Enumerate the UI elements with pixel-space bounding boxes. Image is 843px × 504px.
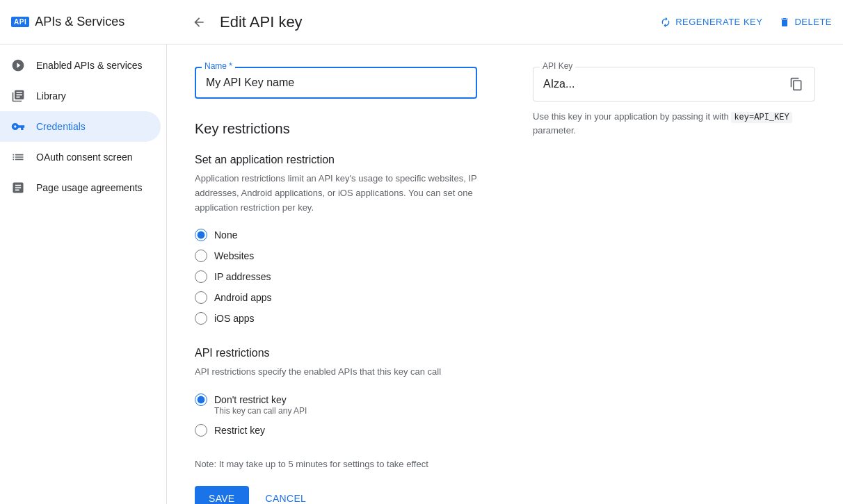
radio-none-input[interactable] [195, 229, 207, 241]
dont-restrict-option: Don't restrict key This key can call any… [195, 393, 477, 416]
delete-button[interactable]: DELETE [779, 17, 832, 28]
radio-websites-label: Websites [214, 250, 254, 261]
api-logo: API [11, 17, 29, 27]
left-column: Name * Key restrictions Set an applicati… [195, 67, 477, 504]
app-restriction-section: Set an application restriction Applicati… [195, 154, 477, 325]
credentials-icon [11, 120, 25, 133]
cancel-button[interactable]: CANCEL [260, 486, 312, 504]
name-label: Name * [202, 61, 235, 71]
key-restrictions-heading: Key restrictions [195, 121, 477, 137]
api-key-field-group: API Key AIza... [533, 67, 815, 101]
sidebar-item-library[interactable]: Library [0, 81, 161, 111]
app-title: APIs & Services [35, 15, 125, 29]
oauth-icon [11, 150, 25, 164]
radio-restrict-label: Restrict key [214, 425, 265, 436]
back-button[interactable] [189, 13, 209, 32]
sidebar-item-label: Page usage agreements [36, 182, 143, 193]
radio-none-label: None [214, 229, 237, 241]
sidebar-item-label: Enabled APIs & services [36, 60, 143, 71]
two-column-layout: Name * Key restrictions Set an applicati… [195, 67, 815, 504]
api-restriction-radio-group: Don't restrict key This key can call any… [195, 393, 477, 437]
sidebar-item-oauth-consent[interactable]: OAuth consent screen [0, 142, 161, 172]
radio-ip-input[interactable] [195, 270, 207, 283]
radio-ios-apps[interactable]: iOS apps [195, 312, 477, 325]
api-restriction-section: API restrictions API restrictions specif… [195, 347, 477, 437]
library-icon [11, 89, 25, 103]
api-key-value: AIza... [543, 78, 788, 90]
radio-android-label: Android apps [214, 292, 272, 303]
name-input[interactable] [195, 67, 477, 99]
regenerate-label: REGENERATE KEY [675, 17, 762, 27]
radio-dont-restrict-label: Don't restrict key [214, 394, 287, 405]
app-restriction-desc: Application restrictions limit an API ke… [195, 172, 477, 215]
radio-dont-restrict[interactable]: Don't restrict key [195, 393, 477, 406]
radio-dont-restrict-input[interactable] [195, 393, 207, 406]
top-header: API APIs & Services Edit API key REGENER… [0, 0, 843, 44]
radio-restrict-key[interactable]: Restrict key [195, 424, 477, 437]
api-restriction-desc: API restrictions specify the enabled API… [195, 365, 477, 380]
sidebar-item-enabled-apis[interactable]: Enabled APIs & services [0, 50, 161, 81]
sidebar-item-label: OAuth consent screen [36, 152, 133, 163]
save-button[interactable]: SAVE [195, 486, 249, 504]
radio-android-input[interactable] [195, 291, 207, 304]
sidebar: Enabled APIs & services Library Credenti… [0, 44, 167, 504]
radio-websites-input[interactable] [195, 250, 207, 262]
api-key-label: API Key [540, 61, 575, 71]
radio-restrict-input[interactable] [195, 424, 207, 437]
radio-ip-addresses[interactable]: IP addresses [195, 270, 477, 283]
sidebar-item-credentials[interactable]: Credentials [0, 111, 161, 142]
name-field-group: Name * [195, 67, 477, 99]
sidebar-item-page-usage[interactable]: Page usage agreements [0, 172, 161, 203]
radio-websites[interactable]: Websites [195, 250, 477, 262]
api-restriction-heading: API restrictions [195, 347, 477, 359]
note-text: Note: It may take up to 5 minutes for se… [195, 459, 477, 469]
delete-label: DELETE [794, 17, 832, 27]
page-title: Edit API key [220, 13, 303, 31]
regenerate-key-button[interactable]: REGENERATE KEY [660, 17, 762, 28]
header-actions: REGENERATE KEY DELETE [660, 17, 832, 28]
copy-api-key-button[interactable] [788, 76, 805, 92]
sidebar-item-label: Library [36, 90, 66, 101]
radio-ip-label: IP addresses [214, 271, 271, 282]
page-usage-icon [11, 181, 25, 195]
dont-restrict-sublabel: This key can call any API [214, 406, 477, 416]
action-buttons: SAVE CANCEL [195, 486, 477, 504]
header-content: Edit API key REGENERATE KEY DELETE [189, 13, 832, 32]
sidebar-item-label: Credentials [36, 121, 86, 132]
app-restriction-heading: Set an application restriction [195, 154, 477, 166]
main-layout: Enabled APIs & services Library Credenti… [0, 44, 843, 504]
content-area: Name * Key restrictions Set an applicati… [167, 44, 843, 504]
radio-ios-label: iOS apps [214, 313, 255, 324]
logo-area: API APIs & Services [11, 15, 178, 29]
radio-android-apps[interactable]: Android apps [195, 291, 477, 304]
right-column: API Key AIza... Use this key in your app… [533, 67, 815, 138]
enabled-apis-icon [11, 58, 25, 72]
radio-none[interactable]: None [195, 229, 477, 241]
api-key-input-wrap: AIza... [533, 67, 815, 101]
api-key-hint: Use this key in your application by pass… [533, 110, 815, 138]
radio-ios-input[interactable] [195, 312, 207, 325]
app-restriction-radio-group: None Websites IP addresses Android [195, 229, 477, 325]
